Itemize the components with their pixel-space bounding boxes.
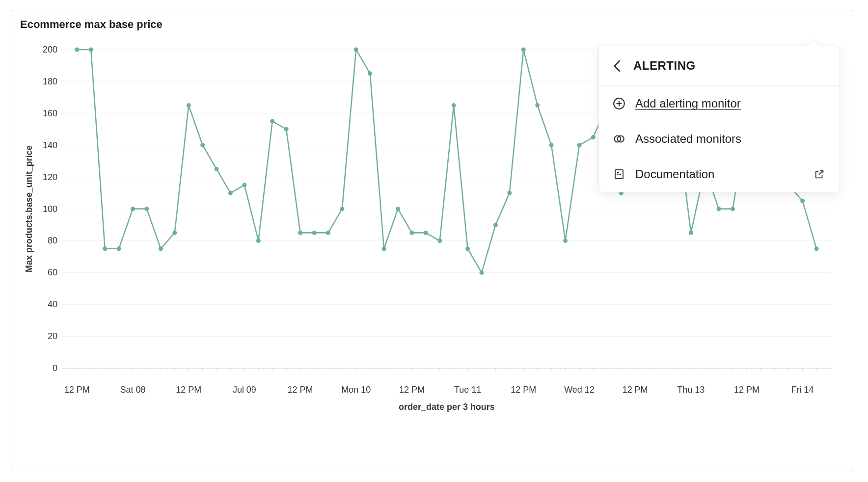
svg-point-131 (424, 231, 428, 235)
svg-text:12 PM: 12 PM (288, 385, 313, 395)
svg-point-129 (396, 207, 400, 211)
svg-point-106 (75, 47, 79, 52)
svg-point-143 (591, 135, 596, 139)
svg-point-132 (437, 239, 442, 243)
svg-text:Wed 12: Wed 12 (564, 385, 595, 395)
svg-point-142 (577, 143, 581, 147)
svg-point-139 (535, 103, 540, 107)
svg-point-122 (298, 231, 302, 235)
svg-text:0: 0 (53, 363, 57, 373)
svg-text:12 PM: 12 PM (734, 385, 760, 395)
svg-point-116 (215, 167, 219, 171)
svg-text:Jul 09: Jul 09 (233, 385, 256, 395)
svg-text:order_date per 3 hours: order_date per 3 hours (399, 402, 495, 412)
svg-text:12 PM: 12 PM (623, 385, 648, 395)
svg-text:Max products.base_unit_price: Max products.base_unit_price (24, 145, 34, 272)
svg-text:Mon 10: Mon 10 (341, 385, 371, 395)
chart-panel: Ecommerce max base price 020406080100120… (10, 10, 854, 471)
svg-text:60: 60 (48, 268, 57, 277)
context-menu-header[interactable]: ALERTING (599, 46, 840, 86)
svg-text:160: 160 (43, 108, 57, 118)
svg-point-121 (284, 127, 289, 132)
svg-point-150 (689, 231, 693, 235)
svg-point-168 (618, 174, 618, 175)
svg-point-107 (89, 47, 93, 52)
svg-point-134 (465, 246, 470, 251)
svg-point-158 (800, 199, 805, 203)
svg-point-140 (549, 143, 554, 147)
svg-point-113 (172, 231, 177, 235)
svg-point-108 (103, 246, 107, 251)
svg-point-125 (340, 207, 344, 211)
svg-text:Tue 11: Tue 11 (454, 385, 481, 395)
svg-text:120: 120 (43, 172, 57, 182)
svg-text:12 PM: 12 PM (64, 385, 90, 395)
svg-point-115 (200, 143, 205, 147)
doc-icon (613, 168, 625, 181)
svg-point-133 (452, 103, 456, 107)
plus-circle-icon (613, 97, 625, 110)
svg-point-110 (131, 207, 135, 211)
svg-point-135 (480, 270, 484, 275)
svg-point-124 (326, 231, 330, 235)
svg-point-112 (159, 246, 163, 251)
svg-point-119 (256, 239, 261, 243)
svg-point-159 (814, 246, 819, 251)
svg-point-118 (242, 183, 246, 187)
link-icon (613, 133, 625, 145)
svg-text:12 PM: 12 PM (399, 385, 425, 395)
svg-point-153 (731, 207, 735, 211)
panel-title: Ecommerce max base price (20, 18, 846, 31)
svg-text:20: 20 (48, 331, 57, 341)
svg-point-127 (368, 71, 372, 76)
svg-text:180: 180 (43, 77, 57, 86)
svg-point-120 (270, 119, 274, 124)
menu-item-associated-monitors[interactable]: Associated monitors (599, 121, 840, 157)
svg-text:Sat 08: Sat 08 (120, 385, 146, 395)
svg-text:80: 80 (48, 236, 57, 245)
svg-point-137 (507, 191, 512, 195)
svg-point-152 (717, 207, 721, 211)
svg-point-138 (521, 47, 526, 52)
svg-text:40: 40 (48, 299, 57, 309)
alerting-context-menu: ALERTING Add alerting monitor Associated… (598, 46, 840, 192)
svg-text:Fri 14: Fri 14 (791, 385, 814, 395)
svg-text:12 PM: 12 PM (511, 385, 536, 395)
menu-item-label: Add alerting monitor (635, 97, 826, 110)
svg-point-111 (144, 207, 149, 211)
svg-point-141 (563, 239, 568, 243)
external-link-icon (813, 168, 826, 181)
svg-point-109 (117, 246, 121, 251)
svg-point-123 (312, 231, 316, 235)
svg-point-136 (493, 223, 498, 227)
svg-point-114 (187, 103, 191, 107)
menu-item-label: Associated monitors (635, 132, 826, 146)
svg-text:Thu 13: Thu 13 (677, 385, 705, 395)
svg-point-128 (382, 246, 386, 251)
svg-point-117 (228, 191, 233, 195)
back-icon[interactable] (613, 59, 625, 72)
svg-text:12 PM: 12 PM (176, 385, 201, 395)
menu-item-add-alerting-monitor[interactable]: Add alerting monitor (599, 86, 840, 121)
menu-item-documentation[interactable]: Documentation (599, 157, 840, 192)
context-menu-title: ALERTING (633, 59, 696, 73)
svg-text:140: 140 (43, 140, 57, 150)
svg-text:200: 200 (43, 45, 57, 54)
svg-point-126 (354, 47, 358, 52)
svg-text:100: 100 (43, 204, 57, 214)
svg-point-130 (409, 231, 414, 235)
menu-item-label: Documentation (635, 167, 803, 181)
